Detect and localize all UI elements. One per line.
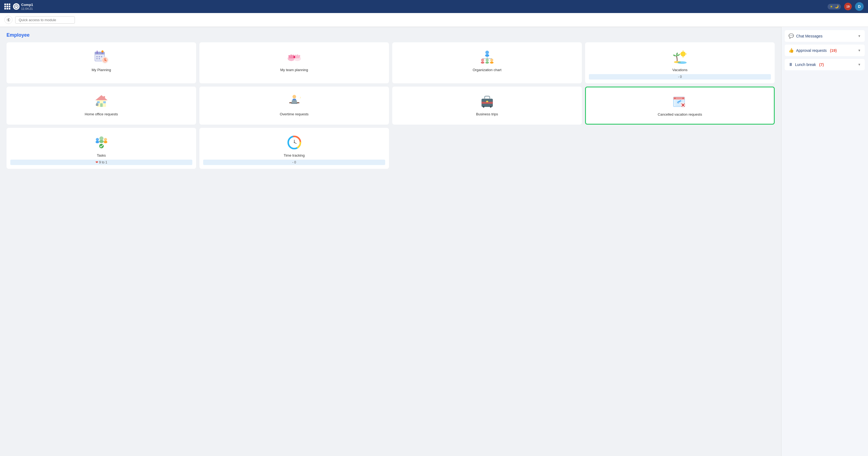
card-label-business-trips: Business trips [476, 112, 498, 116]
chat-messages-label: 💬 Chat Messages [788, 33, 823, 38]
lunch-count: (7) [819, 62, 824, 67]
svg-point-26 [485, 51, 489, 54]
card-badge-vacations: - 0 [589, 74, 771, 80]
brand-time: 11:04:21 [21, 7, 33, 10]
approval-requests-header[interactable]: 👍 Approval requests (19) ▼ [785, 45, 865, 56]
svg-rect-56 [291, 104, 297, 104]
navbar-right: ☀ 🌙 19 D [828, 2, 864, 11]
svg-point-0 [14, 5, 18, 8]
svg-point-61 [490, 106, 492, 108]
navbar-left: Comp1 11:04:21 [4, 3, 33, 10]
svg-point-28 [481, 59, 484, 62]
card-organization-chart[interactable]: Organization chart [392, 42, 582, 83]
card-time-tracking[interactable]: Time tracking - 0 [199, 128, 389, 169]
svg-point-77 [104, 138, 107, 141]
svg-point-15 [104, 59, 105, 60]
card-icon-time-tracking [286, 134, 303, 151]
right-section-lunch: ⏸ Lunch break (7) ▼ [785, 59, 865, 70]
search-input[interactable] [15, 16, 75, 24]
svg-rect-7 [98, 56, 100, 57]
svg-point-66 [674, 98, 675, 99]
section-title: Employee [6, 32, 775, 38]
card-cancelled-vacation[interactable]: Cancelled vacation requests [585, 87, 775, 124]
chat-messages-header[interactable]: 💬 Chat Messages ▼ [785, 30, 865, 42]
svg-rect-10 [98, 58, 100, 59]
dark-mode-icon: 🌙 [835, 5, 839, 8]
svg-point-27 [485, 54, 489, 57]
right-section-chat: 💬 Chat Messages ▼ [785, 30, 865, 42]
card-overtime[interactable]: Overtime requests [199, 87, 389, 124]
notification-count: 19 [844, 3, 852, 10]
svg-rect-49 [103, 101, 105, 104]
svg-rect-51 [96, 104, 98, 106]
cards-grid: My Planning [6, 42, 775, 169]
card-icon-business-trips [478, 92, 496, 110]
grid-menu-icon[interactable] [4, 3, 10, 9]
card-icon-cancelled-vacation [671, 93, 689, 110]
card-icon-tasks [93, 134, 110, 151]
navbar: Comp1 11:04:21 ☀ 🌙 19 D [0, 0, 868, 13]
card-business-trips[interactable]: Business trips [392, 87, 582, 124]
card-icon-vacations [671, 48, 689, 66]
svg-rect-47 [100, 104, 102, 107]
svg-point-29 [480, 62, 484, 64]
card-label-time-tracking: Time tracking [284, 153, 305, 158]
chat-messages-text: Chat Messages [796, 34, 823, 38]
svg-point-78 [104, 141, 107, 143]
svg-point-80 [99, 140, 104, 143]
light-mode-icon: ☀ [830, 5, 833, 9]
card-badge-time-tracking: - 0 [203, 160, 385, 165]
chat-chevron-icon: ▼ [858, 34, 861, 38]
lunch-icon: ⏸ [788, 62, 793, 67]
brand: Comp1 11:04:21 [13, 3, 33, 10]
approval-count: (19) [830, 48, 837, 53]
card-icon-home-office [93, 92, 110, 110]
card-my-planning[interactable]: My Planning [6, 42, 196, 83]
approval-requests-text: Approval requests [796, 48, 827, 53]
svg-rect-8 [101, 56, 102, 57]
card-icon-my-planning [93, 48, 110, 66]
card-home-office[interactable]: Home office requests [6, 87, 196, 124]
card-icon-organization-chart [478, 48, 496, 66]
card-my-team-planning[interactable]: My team planning [199, 42, 389, 83]
svg-point-76 [95, 141, 99, 143]
svg-point-38 [680, 51, 685, 56]
notification-badge[interactable]: 19 [844, 3, 852, 10]
svg-point-75 [96, 138, 99, 141]
card-icon-my-team-planning [286, 48, 303, 66]
theme-toggle[interactable]: ☀ 🌙 [828, 4, 841, 9]
toolbar [0, 13, 868, 27]
svg-point-16 [101, 51, 104, 53]
card-tasks[interactable]: Tasks 9 to 1 [6, 128, 196, 169]
card-badge-tasks: 9 to 1 [10, 160, 192, 165]
svg-point-1 [7, 18, 10, 22]
brand-name: Comp1 [21, 3, 33, 7]
svg-point-32 [490, 59, 493, 62]
user-avatar[interactable]: D [855, 2, 864, 11]
svg-point-44 [677, 61, 686, 64]
svg-point-67 [682, 98, 684, 99]
back-button[interactable] [4, 16, 12, 24]
card-label-my-team-planning: My team planning [280, 68, 308, 72]
lunch-break-header[interactable]: ⏸ Lunch break (7) ▼ [785, 59, 865, 70]
main-content: Employee [0, 27, 868, 456]
svg-rect-55 [291, 100, 297, 103]
card-label-overtime: Overtime requests [280, 112, 308, 116]
approval-requests-label: 👍 Approval requests (19) [788, 48, 837, 53]
lunch-break-label: ⏸ Lunch break (7) [788, 62, 824, 67]
svg-rect-9 [96, 58, 98, 59]
svg-rect-62 [486, 101, 488, 102]
card-label-vacations: Vacations [672, 68, 687, 72]
card-label-cancelled-vacation: Cancelled vacation requests [658, 112, 702, 116]
svg-point-89 [294, 142, 295, 143]
left-panel: Employee [0, 27, 781, 456]
card-vacations[interactable]: Vacations - 0 [585, 42, 775, 83]
card-label-my-planning: My Planning [92, 68, 111, 72]
svg-point-79 [99, 137, 103, 141]
approval-icon: 👍 [788, 48, 794, 53]
right-panel: 💬 Chat Messages ▼ 👍 Approval requests (1… [781, 27, 868, 456]
svg-rect-50 [103, 96, 105, 99]
brand-logo [13, 3, 20, 10]
svg-point-30 [486, 59, 489, 62]
svg-marker-45 [95, 95, 107, 101]
